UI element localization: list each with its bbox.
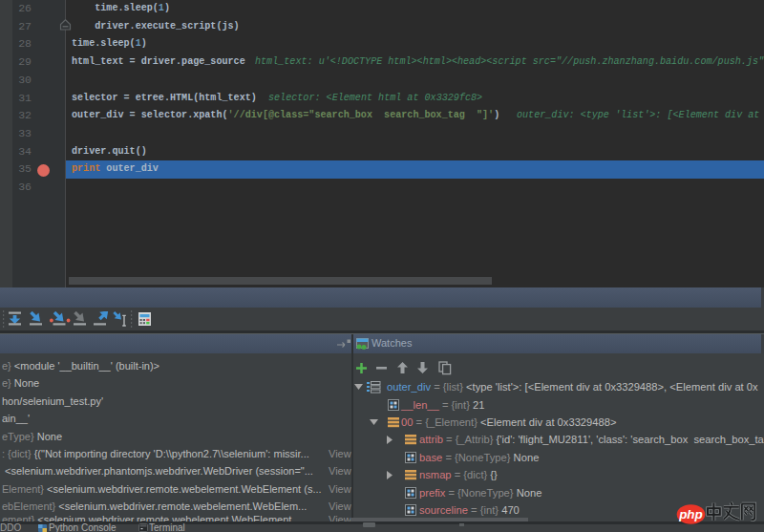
svg-text:php: php (678, 507, 703, 521)
